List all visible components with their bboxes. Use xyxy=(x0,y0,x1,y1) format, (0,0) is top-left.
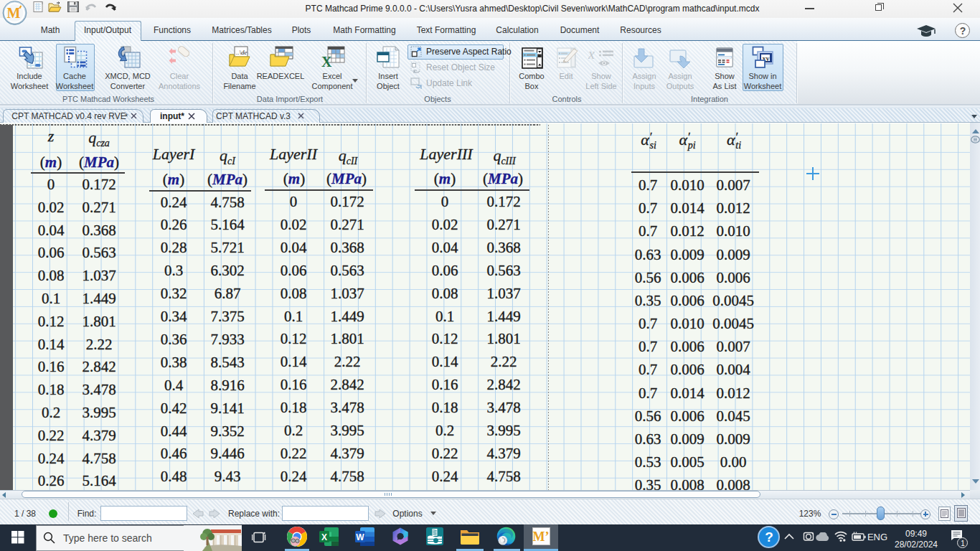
svg-text:x: x xyxy=(588,47,595,62)
svg-text:X: X xyxy=(321,54,332,69)
svg-text:W: W xyxy=(356,532,364,542)
svg-text:M: M xyxy=(7,5,21,21)
svg-text:..\de: ..\de xyxy=(236,49,248,56)
svg-text:X: X xyxy=(321,532,327,542)
